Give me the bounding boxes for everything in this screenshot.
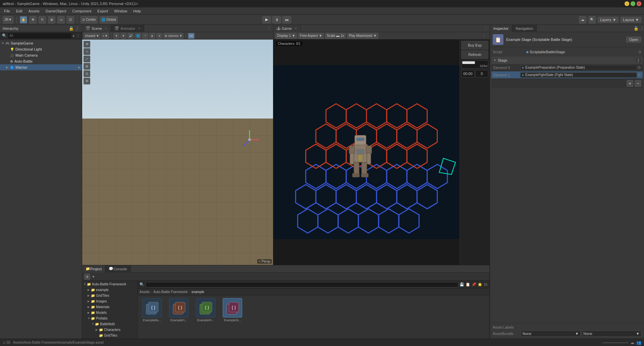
inspector-more-icon[interactable]: ⋮ [640, 26, 644, 31]
asset-item-3[interactable]: { } ExampleSt... [221, 298, 244, 322]
hierarchy-add-icon[interactable]: + [73, 34, 75, 38]
hierarchy-item-directional-light[interactable]: 💡Directional Light [0, 46, 82, 52]
scene-fog-btn[interactable]: 〰 [142, 33, 148, 39]
transform-tool-button[interactable]: ⊡ [67, 16, 74, 23]
game-aspect-dropdown[interactable]: Free Aspect ▼ [298, 33, 324, 39]
scene-move-btn[interactable]: ⤢ [84, 56, 90, 62]
scene-orient-btn[interactable]: ⊹ [84, 48, 90, 55]
scene-eye-btn[interactable]: 👁 [84, 41, 90, 48]
tab-inspector[interactable]: Inspector [490, 25, 512, 32]
project-add-button[interactable]: + [84, 274, 90, 280]
asset-pin-icon[interactable]: 📌 [472, 282, 476, 287]
scene-tab-close[interactable]: ✕ [105, 27, 107, 30]
tab-navigation[interactable]: Navigation [512, 25, 537, 32]
inspector-script-select[interactable]: ⊙ [638, 50, 641, 54]
layers-dropdown[interactable]: Layers ▼ [598, 17, 619, 23]
folder-item-images[interactable]: ▶📁Images [82, 298, 137, 304]
layout-dropdown[interactable]: Layout ▼ [621, 17, 641, 23]
pause-button[interactable]: ⏸ [272, 16, 281, 23]
game-display-dropdown[interactable]: Display 1 ▼ [275, 33, 297, 39]
folder-item-characters[interactable]: ▶📁Characters [82, 327, 137, 333]
folder-item-gridtiles[interactable]: ▶📁GridTiles [82, 293, 137, 298]
close-button[interactable]: ✕ [637, 1, 641, 6]
game-playmode-dropdown[interactable]: Play Maximized ▼ [347, 33, 378, 39]
h-expand-arrow[interactable]: ▶ [78, 66, 80, 69]
folder-item-items[interactable]: 📁Items [82, 338, 137, 339]
asset-item-1[interactable]: { } ExampleFi... [167, 298, 191, 322]
inspector-stage-header[interactable]: ▼ Stage 2 [491, 57, 643, 64]
menu-item-window[interactable]: Window [111, 8, 130, 14]
rotate-tool-button[interactable]: ↻ [39, 16, 46, 23]
asset-star-icon[interactable]: ⭐ [478, 282, 482, 287]
folder-item-example[interactable]: ▶📁example [82, 287, 137, 293]
status-cloud-icon[interactable]: ☁ [630, 340, 634, 345]
project-dropdown-arrow[interactable]: ▼ [92, 275, 95, 279]
animator-tab-close[interactable]: ✕ [138, 27, 141, 30]
scene-stats-btn[interactable]: ≡ [156, 33, 162, 39]
hierarchy-more-icon[interactable]: ⋮ [75, 26, 79, 31]
folder-item-gridtiles[interactable]: 📁GridTiles [82, 333, 137, 338]
inspector-element-1-select[interactable]: ⊙ [638, 73, 641, 77]
scene-skybox-btn[interactable]: 🌐 [135, 33, 141, 39]
step-button[interactable]: ⏭ [282, 16, 291, 23]
asset-search-input[interactable] [146, 282, 458, 287]
game-toolbar-more[interactable]: ⋮ [480, 33, 488, 38]
hierarchy-item-warrior[interactable]: ▶🔷Warrior▶ [0, 64, 82, 70]
folder-item-prefabs[interactable]: ▼📁Prefabs [82, 316, 137, 321]
cloud-button[interactable]: ☁ [579, 16, 586, 23]
breadcrumb-example[interactable]: example [192, 290, 204, 294]
scene-wireframe-btn[interactable]: ▪ ▼ [101, 33, 109, 39]
pivot-button[interactable]: ⊙ Center [80, 16, 98, 23]
tab-animator[interactable]: 🎬 Animator ✕ [111, 25, 144, 32]
inspector-open-button[interactable]: Open [626, 37, 641, 43]
scene-search-side-btn[interactable]: ⊡ [84, 70, 90, 77]
play-button[interactable]: ▶ [262, 16, 271, 23]
scene-audio-btn[interactable]: 🔊 [127, 33, 134, 39]
scene-zoom-btn[interactable]: ⊞ [84, 63, 90, 70]
breadcrumb-assets[interactable]: Assets [140, 290, 150, 294]
game-tab-more[interactable]: ⋮ [482, 26, 490, 30]
scene-fx-btn[interactable]: ✦ [120, 33, 126, 39]
scene-shaded-btn[interactable]: Shaded ▼ [84, 33, 100, 39]
hierarchy-options-icon[interactable]: ⋮ [76, 33, 80, 38]
hierarchy-search-input[interactable] [8, 33, 71, 39]
inspector-lock-icon[interactable]: 🔒 [634, 26, 639, 31]
refresh-button[interactable]: Refresh [461, 50, 488, 59]
asset-item-0[interactable]: { } ExampleBa... [140, 298, 164, 322]
tab-project[interactable]: 📁 Project [82, 265, 105, 273]
scene-anim-btn[interactable]: ⏵ [149, 33, 155, 39]
menu-item-export[interactable]: Export [95, 8, 111, 14]
buy-exp-button[interactable]: Buy Exp [461, 41, 488, 50]
scale-tool-button[interactable]: ⊞ [48, 16, 55, 23]
folder-item-models[interactable]: ▶📁Models [82, 310, 137, 316]
menu-item-help[interactable]: Help [130, 8, 144, 14]
status-collab-icon[interactable]: 👥 [636, 340, 641, 345]
menu-item-component[interactable]: Component [69, 8, 94, 14]
hand-tool-button[interactable]: ✋ [20, 16, 27, 23]
folder-item-auto-battle-framework[interactable]: ▼📁Auto-Battle Framework [82, 281, 137, 287]
game-scale-dropdown[interactable]: Scale ▬ 1x [325, 33, 346, 39]
hierarchy-lock-icon[interactable]: 🔒 [69, 26, 74, 31]
user-button[interactable]: JR ▼ [3, 16, 13, 23]
rect-tool-button[interactable]: ▭ [57, 16, 65, 23]
inspector-element-0-select[interactable]: ⊙ [638, 65, 641, 70]
hierarchy-item-main-camera[interactable]: 🎥Main Camera [0, 52, 82, 58]
scene-lighting-btn[interactable]: ☀ [113, 33, 119, 39]
asset-bundle-dropdown[interactable]: None ▼ [521, 331, 581, 337]
breadcrumb-framework[interactable]: Auto-Battle Framework [153, 290, 187, 294]
scene-2d-btn[interactable]: 2D [188, 33, 195, 39]
scene-gizmos-btn[interactable]: ⊕ Gizmos ▼ [163, 33, 183, 39]
tab-game[interactable]: 🕹 Game ✕ [273, 25, 301, 32]
asset-list-icon[interactable]: 📋 [466, 282, 470, 287]
inspector-add-btn[interactable]: + [627, 80, 633, 87]
hierarchy-item-auto-battle[interactable]: ⚙Auto-Battle [0, 58, 82, 64]
search-button[interactable]: 🔍 [588, 16, 596, 23]
move-tool-button[interactable]: ✜ [29, 16, 37, 23]
scene-tab-more[interactable]: ⋮ [265, 26, 273, 30]
restore-button[interactable]: □ [631, 1, 635, 6]
game-tab-close[interactable]: ✕ [294, 27, 297, 30]
folder-item-materials[interactable]: ▶📁Materials [82, 304, 137, 310]
asset-bundle-variant-dropdown[interactable]: None ▼ [582, 331, 642, 337]
hierarchy-item-samplegame[interactable]: ▼🎮SampleGame [0, 40, 82, 46]
global-button[interactable]: 🌐 Global [100, 16, 118, 23]
